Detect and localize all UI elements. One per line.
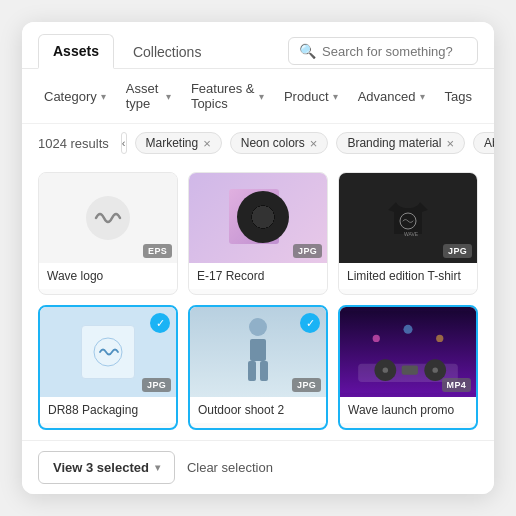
record-disc: [237, 191, 289, 243]
search-input[interactable]: [322, 44, 467, 59]
asset-thumb-tshirt: WAVE JPG: [339, 173, 477, 263]
asset-card-limited-tshirt[interactable]: WAVE JPG Limited edition T-shirt: [338, 172, 478, 295]
svg-point-13: [432, 367, 437, 372]
asset-thumb-promo: ✓: [340, 307, 476, 397]
tab-assets[interactable]: Assets: [38, 34, 114, 69]
asset-thumb-packaging: ✓ JPG: [40, 307, 176, 397]
svg-rect-14: [402, 366, 418, 375]
type-badge-jpg-tshirt: JPG: [443, 244, 472, 258]
asset-thumb-e17-record: 2017Edition JPG: [189, 173, 327, 263]
asset-thumb-outdoor: ✓ JPG: [190, 307, 326, 397]
filter-advanced[interactable]: Advanced ▾: [352, 85, 431, 108]
dropdown-arrow-icon: ▾: [155, 462, 160, 473]
chevron-down-icon: ▾: [166, 91, 171, 102]
svg-point-16: [403, 325, 412, 334]
type-badge-mp4-promo: MP4: [442, 378, 471, 392]
packaging-wave-icon: [90, 334, 126, 370]
remove-tag-marketing[interactable]: ×: [203, 137, 211, 150]
chevron-down-icon: ▾: [101, 91, 106, 102]
asset-card-dr88-packaging[interactable]: ✓ JPG DR88 Packaging: [38, 305, 178, 430]
bottom-bar: View 3 selected ▾ Clear selection: [22, 440, 494, 494]
filter-asset-type[interactable]: Asset type ▾: [120, 77, 177, 115]
asset-card-wave-promo[interactable]: ✓: [338, 305, 478, 430]
asset-card-e17-record[interactable]: 2017Edition JPG E-17 Record: [188, 172, 328, 295]
asset-grid: EPS Wave logo 2017Edition JPG E-17 Reco: [22, 162, 494, 440]
svg-point-0: [86, 196, 130, 240]
filter-features-topics[interactable]: Features & Topics ▾: [185, 77, 270, 115]
chevron-down-icon: ▾: [333, 91, 338, 102]
asset-name-packaging: DR88 Packaging: [40, 397, 176, 423]
chevron-down-icon: ▾: [420, 91, 425, 102]
outdoor-person-image: [238, 315, 278, 390]
svg-point-17: [436, 335, 443, 342]
chevron-down-icon: ▾: [259, 91, 264, 102]
asset-name-wave-logo: Wave logo: [39, 263, 177, 289]
filter-tags[interactable]: Tags: [439, 85, 478, 108]
selected-check-outdoor: ✓: [300, 313, 320, 333]
type-badge-eps: EPS: [143, 244, 172, 258]
wave-logo-image: [84, 194, 132, 242]
svg-rect-5: [250, 339, 266, 361]
search-icon: 🔍: [299, 43, 316, 59]
search-box: 🔍: [288, 37, 478, 65]
svg-rect-6: [248, 361, 256, 381]
tag-neon-colors[interactable]: Neon colors ×: [230, 132, 329, 154]
packaging-box: [81, 325, 135, 379]
tag-abst[interactable]: Abst…: [473, 132, 494, 154]
filter-bar: Category ▾ Asset type ▾ Features & Topic…: [22, 69, 494, 124]
svg-point-15: [373, 335, 380, 342]
asset-name-e17-record: E-17 Record: [189, 263, 327, 289]
filter-product[interactable]: Product ▾: [278, 85, 344, 108]
app-container: Assets Collections 🔍 Category ▾ Asset ty…: [22, 22, 494, 494]
svg-point-11: [383, 367, 388, 372]
type-badge-jpg-record: JPG: [293, 244, 322, 258]
asset-thumb-wave-logo: EPS: [39, 173, 177, 263]
results-count: 1024 results: [38, 136, 109, 151]
tabs-bar: Assets Collections 🔍: [22, 22, 494, 69]
asset-card-outdoor-shoot[interactable]: ✓ JPG Outdoor shoot 2: [188, 305, 328, 430]
prev-arrow[interactable]: ‹: [121, 132, 127, 154]
type-badge-jpg-packaging: JPG: [142, 378, 171, 392]
tag-branding-material[interactable]: Branding material ×: [336, 132, 465, 154]
svg-rect-7: [260, 361, 268, 381]
asset-name-promo: Wave launch promo: [340, 397, 476, 423]
view-selected-button[interactable]: View 3 selected ▾: [38, 451, 175, 484]
type-badge-jpg-outdoor: JPG: [292, 378, 321, 392]
tshirt-image: WAVE: [378, 188, 438, 248]
selected-check-packaging: ✓: [150, 313, 170, 333]
active-filters: 1024 results ‹ Marketing × Neon colors ×…: [22, 124, 494, 162]
asset-card-wave-logo[interactable]: EPS Wave logo: [38, 172, 178, 295]
clear-selection-button[interactable]: Clear selection: [187, 460, 273, 475]
filter-category[interactable]: Category ▾: [38, 85, 112, 108]
remove-tag-branding-material[interactable]: ×: [446, 137, 454, 150]
remove-tag-neon-colors[interactable]: ×: [310, 137, 318, 150]
svg-text:WAVE: WAVE: [404, 231, 419, 237]
tab-collections[interactable]: Collections: [118, 35, 216, 68]
svg-point-4: [249, 318, 267, 336]
tag-marketing[interactable]: Marketing ×: [135, 132, 222, 154]
record-cover: 2017Edition: [223, 183, 293, 253]
asset-name-outdoor: Outdoor shoot 2: [190, 397, 326, 423]
asset-name-tshirt: Limited edition T-shirt: [339, 263, 477, 289]
